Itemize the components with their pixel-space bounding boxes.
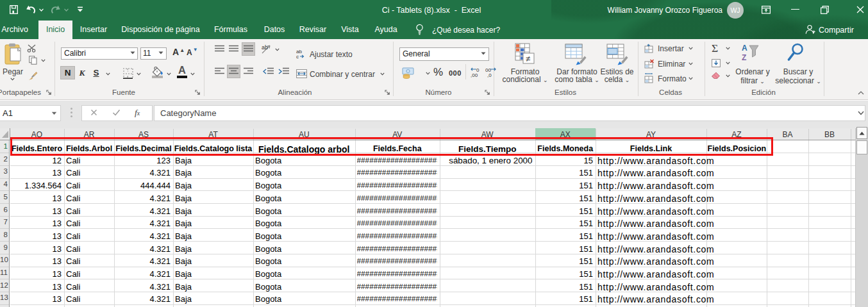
svg-text:,00: ,00 — [471, 72, 478, 78]
svg-text:≠: ≠ — [526, 54, 530, 63]
svg-text:ab: ab — [262, 44, 268, 51]
svg-text:,0: ,0 — [487, 72, 492, 78]
svg-text:c: c — [296, 54, 299, 59]
svg-text:Z: Z — [742, 53, 746, 62]
svg-text:A: A — [742, 44, 747, 53]
